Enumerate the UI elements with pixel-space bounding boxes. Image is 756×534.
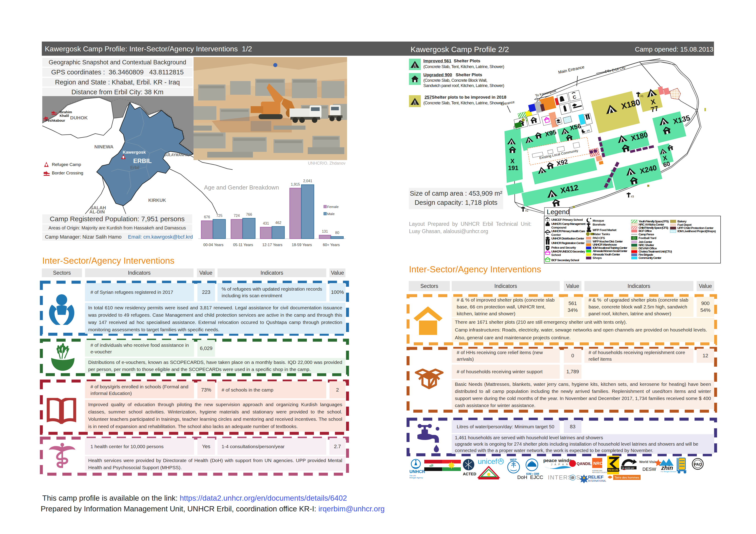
svg-text:SULAYMANIYAH: SULAYMANIYAH: [164, 153, 191, 157]
svg-text:REFUGEE COUNCIL: REFUGEE COUNCIL: [592, 472, 608, 473]
svg-text:Ibrahim: Ibrahim: [60, 110, 72, 114]
svg-text:Khalil: Khalil: [60, 114, 69, 117]
svg-text:UPP Child Protection Center: UPP Child Protection Center: [677, 226, 714, 230]
svg-text:2,041: 2,041: [303, 179, 312, 183]
svg-text:الله: الله: [429, 464, 433, 467]
svg-text:C: C: [546, 232, 549, 235]
svg-text:unicef: unicef: [478, 457, 498, 466]
svg-text:BCF Office: BCF Office: [638, 229, 652, 233]
svg-text:The UN: The UN: [409, 475, 416, 477]
svg-text:Terre des hommes: Terre des hommes: [614, 476, 639, 479]
svg-text:School: School: [551, 253, 561, 257]
svg-text:Bakery: Bakery: [677, 220, 687, 223]
svg-text:Fire Brigade: Fire Brigade: [638, 253, 653, 256]
svg-text:Refugee Agency: Refugee Agency: [409, 477, 423, 479]
svg-text:Center: Center: [551, 233, 561, 237]
svg-text:IOM Vocational Training Center: IOM Vocational Training Center: [593, 246, 628, 249]
svg-text:NRC: NRC: [593, 461, 603, 466]
svg-text:00-04 Years: 00-04 Years: [203, 243, 224, 247]
svg-text:724: 724: [234, 214, 240, 217]
svg-text:Youth Friendly Space (YFS): Youth Friendly Space (YFS): [638, 220, 669, 223]
svg-text:18-59 Years: 18-59 Years: [292, 243, 312, 247]
svg-text:DESW: DESW: [642, 467, 656, 472]
svg-text:1,915: 1,915: [291, 182, 300, 186]
svg-text:UNHCR Warehouse: UNHCR Warehouse: [593, 243, 617, 246]
svg-text:UNHCR Primary Health Care: UNHCR Primary Health Care: [551, 229, 585, 233]
svg-text:IOM Livelihood Project(Shops): IOM Livelihood Project(Shops): [677, 229, 716, 233]
svg-text:NINEWA: NINEWA: [94, 144, 114, 149]
svg-text:INTERS: INTERS: [548, 474, 572, 481]
svg-text:Refugee Camp: Refugee Camp: [52, 162, 81, 167]
svg-text:05-11 Years: 05-11 Years: [233, 243, 253, 247]
svg-text:zhin: zhin: [661, 464, 673, 471]
svg-text:60+ Years: 60+ Years: [323, 243, 340, 247]
svg-text:UNICEF Primary School: UNICEF Primary School: [551, 218, 583, 221]
svg-text:Mosque: Mosque: [593, 219, 604, 222]
svg-text:Legend: Legend: [547, 208, 570, 216]
svg-text:To Kawargosk: To Kawargosk: [535, 89, 557, 97]
svg-text:BCF Secondary School: BCF Secondary School: [551, 258, 579, 262]
svg-text:peace winds: peace winds: [543, 458, 572, 463]
svg-text:Camp Fence: Camp Fence: [638, 233, 654, 236]
svg-text:X: X: [510, 158, 515, 165]
svg-text:Almasala Women Social Center: Almasala Women Social Center: [593, 249, 628, 253]
svg-text:Football Yard: Football Yard: [638, 236, 656, 240]
svg-text:X56: X56: [569, 122, 582, 132]
svg-text:Kawergosk: Kawergosk: [123, 150, 146, 155]
svg-text:NORWEGIAN: NORWEGIAN: [592, 470, 602, 471]
svg-text:UNHCR / Camp Management: UNHCR / Camp Management: [551, 222, 586, 226]
svg-text:Child Friendly Space (CFS): Child Friendly Space (CFS): [638, 226, 668, 229]
svg-text:QANDIL: QANDIL: [577, 462, 591, 466]
svg-text:PAO CFS: PAO CFS: [593, 236, 605, 240]
svg-text:S: S: [576, 474, 580, 481]
svg-text:ACTED: ACTED: [463, 472, 476, 476]
svg-text:Entrance: Entrance: [500, 100, 515, 106]
svg-text:NRC Shelter: NRC Shelter: [638, 243, 654, 247]
svg-text:UNHCR/ UNESCO Secondary: UNHCR/ UNESCO Secondary: [551, 250, 585, 253]
svg-text:DEVAW Office: DEVAW Office: [638, 246, 657, 250]
svg-text:Un ponte per: Un ponte per: [622, 467, 634, 469]
svg-text:DoH EJCC: DoH EJCC: [517, 474, 543, 480]
svg-text:AL-DIN: AL-DIN: [89, 209, 105, 214]
svg-text:NRC Al-Waha Center: NRC Al-Waha Center: [638, 223, 664, 226]
svg-text:Peshkabour: Peshkabour: [45, 118, 65, 122]
svg-text:Water Tanks: Water Tanks: [593, 232, 610, 236]
svg-text:PAO: PAO: [694, 463, 702, 467]
svg-text:Cholera Treatment Unit (CTU): Cholera Treatment Unit (CTU): [638, 250, 672, 253]
svg-text:INTERNATIONAL: INTERNATIONAL: [588, 480, 607, 482]
svg-text:191: 191: [508, 165, 518, 171]
svg-text:Border Crossing: Border Crossing: [52, 170, 83, 175]
svg-text:Male: Male: [327, 212, 335, 216]
svg-text:Erbil: Erbil: [130, 165, 139, 170]
svg-text:Almasala Youth Center: Almasala Youth Center: [593, 253, 620, 256]
svg-text:#3: #3: [631, 195, 634, 198]
svg-text:12-17 Years: 12-17 Years: [262, 243, 283, 247]
svg-text:KIRKUK: KIRKUK: [148, 198, 166, 203]
svg-text:World Vision: World Vision: [639, 460, 659, 464]
svg-text:Community Center: Community Center: [638, 256, 662, 260]
svg-text:UNHCR Registration Center: UNHCR Registration Center: [551, 241, 585, 245]
svg-text:UNHCR Distribution Center: UNHCR Distribution Center: [551, 237, 584, 240]
svg-text:Age and Gender Breakdown: Age and Gender Breakdown: [204, 184, 279, 191]
svg-text:#1: #1: [640, 94, 644, 98]
svg-text:431: 431: [263, 221, 269, 225]
svg-text:131: 131: [322, 229, 328, 233]
svg-text:Job Center: Job Center: [638, 240, 653, 243]
svg-text:80: 80: [335, 231, 339, 235]
svg-text:Shops: Shops: [593, 256, 602, 260]
svg-text:WFP Food Market: WFP Food Market: [593, 228, 617, 232]
svg-text:Borehole: Borehole: [593, 223, 606, 226]
svg-text:Police and Security: Police and Security: [551, 246, 576, 249]
svg-text:Main Entrance: Main Entrance: [558, 64, 585, 75]
svg-text:DUHOK: DUHOK: [70, 115, 88, 120]
svg-text:P: P: [547, 246, 549, 249]
svg-text:725: 725: [216, 214, 223, 217]
svg-text:WFP Voucher Dist. Center: WFP Voucher Dist. Center: [593, 240, 623, 243]
svg-text:RESCUE: RESCUE: [608, 469, 618, 471]
svg-text:Fuel Depot: Fuel Depot: [677, 223, 692, 226]
svg-text:Female: Female: [327, 205, 338, 209]
svg-text:J A P A N: J A P A N: [551, 463, 569, 466]
svg-text:#2: #2: [525, 209, 528, 212]
svg-text:UNHCR: UNHCR: [409, 469, 425, 474]
svg-text:766: 766: [246, 213, 252, 216]
